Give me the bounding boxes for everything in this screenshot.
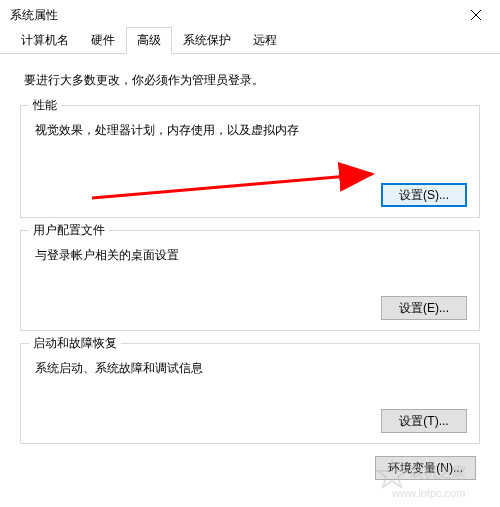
close-icon bbox=[471, 10, 481, 20]
group-startup-title: 启动和故障恢复 bbox=[29, 335, 121, 352]
tab-advanced[interactable]: 高级 bbox=[126, 27, 172, 54]
tab-strip: 计算机名 硬件 高级 系统保护 远程 bbox=[0, 30, 500, 54]
group-startup: 启动和故障恢复 系统启动、系统故障和调试信息 设置(T)... bbox=[20, 343, 480, 444]
tab-remote[interactable]: 远程 bbox=[242, 27, 288, 53]
group-performance-title: 性能 bbox=[29, 97, 61, 114]
footer-row: 环境变量(N)... bbox=[20, 456, 480, 480]
tab-hardware[interactable]: 硬件 bbox=[80, 27, 126, 53]
content-panel: 要进行大多数更改，你必须作为管理员登录。 性能 视觉效果，处理器计划，内存使用，… bbox=[0, 54, 500, 490]
intro-text: 要进行大多数更改，你必须作为管理员登录。 bbox=[24, 72, 480, 89]
group-performance: 性能 视觉效果，处理器计划，内存使用，以及虚拟内存 设置(S)... bbox=[20, 105, 480, 218]
group-startup-button-row: 设置(T)... bbox=[33, 409, 467, 433]
group-userprofile-desc: 与登录帐户相关的桌面设置 bbox=[35, 247, 467, 264]
group-userprofile-title: 用户配置文件 bbox=[29, 222, 109, 239]
group-userprofile: 用户配置文件 与登录帐户相关的桌面设置 设置(E)... bbox=[20, 230, 480, 331]
group-performance-button-row: 设置(S)... bbox=[33, 183, 467, 207]
tab-system-protection[interactable]: 系统保护 bbox=[172, 27, 242, 53]
tab-computer-name[interactable]: 计算机名 bbox=[10, 27, 80, 53]
window-title: 系统属性 bbox=[10, 7, 58, 24]
environment-variables-button[interactable]: 环境变量(N)... bbox=[375, 456, 476, 480]
group-userprofile-button-row: 设置(E)... bbox=[33, 296, 467, 320]
performance-settings-button[interactable]: 设置(S)... bbox=[381, 183, 467, 207]
titlebar: 系统属性 bbox=[0, 0, 500, 30]
group-performance-desc: 视觉效果，处理器计划，内存使用，以及虚拟内存 bbox=[35, 122, 467, 139]
startup-settings-button[interactable]: 设置(T)... bbox=[381, 409, 467, 433]
group-startup-desc: 系统启动、系统故障和调试信息 bbox=[35, 360, 467, 377]
userprofile-settings-button[interactable]: 设置(E)... bbox=[381, 296, 467, 320]
close-button[interactable] bbox=[456, 1, 496, 29]
